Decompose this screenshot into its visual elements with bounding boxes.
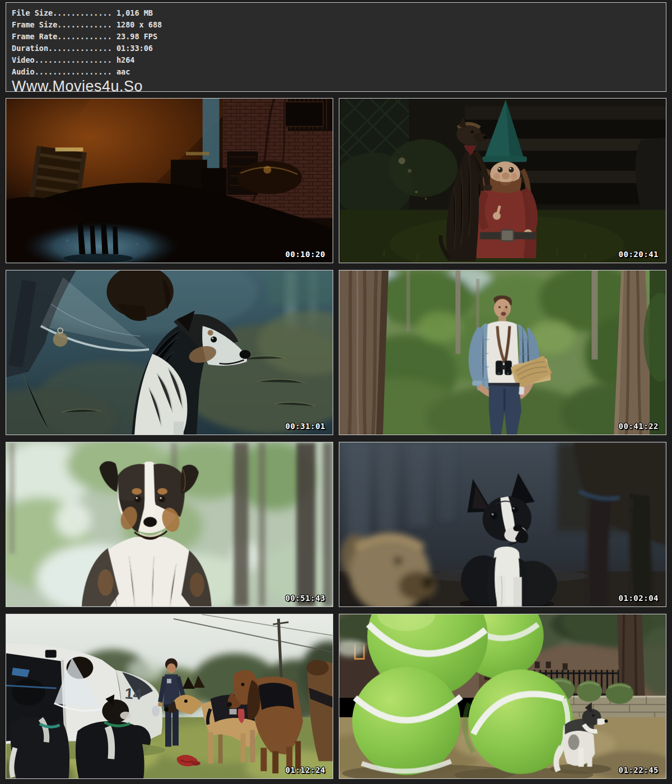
screenshot-frame-2: 00:20:41: [339, 98, 666, 263]
screenshot-frame-1: 00:10:20: [6, 98, 333, 263]
scene-aussie-profile-image: [6, 270, 333, 435]
file-info-panel: File Size.............1,016 MB Frame Siz…: [6, 2, 666, 92]
timestamp-overlay: 00:31:01: [286, 422, 325, 431]
dot-leader: ............: [57, 32, 112, 41]
dot-leader: ..............: [48, 44, 112, 53]
file-size-line: File Size.............1,016 MB: [12, 7, 666, 19]
timestamp-overlay: 01:22:45: [619, 766, 659, 774]
duration-line: Duration..............01:33:06: [12, 43, 666, 54]
audio-value: aac: [112, 67, 130, 76]
timestamp-overlay: 00:41:22: [619, 422, 659, 431]
screenshot-frame-8: 01:22:45: [339, 614, 666, 779]
van-number: 14: [124, 685, 142, 703]
file-size-value: 1,016 MB: [112, 8, 153, 17]
scene-tennis-balls-image: [339, 614, 666, 778]
frame-size-label: Frame Size: [12, 20, 57, 29]
frame-size-line: Frame Size............1280 x 688: [12, 19, 666, 31]
dot-leader: ............: [57, 20, 112, 29]
scene-gnome-image: [339, 99, 666, 263]
video-label: Video: [12, 55, 35, 64]
duration-label: Duration: [12, 44, 48, 53]
screenshot-frame-6: 01:02:04: [339, 442, 666, 607]
frame-rate-value: 23.98 FPS: [112, 32, 157, 41]
screenshot-frame-5: 00:51:43: [6, 442, 333, 607]
screenshot-frame-4: 00:41:22: [339, 270, 666, 435]
scene-boston-terrier-image: [339, 442, 666, 606]
dot-leader: .................: [35, 55, 112, 64]
timestamp-overlay: 01:02:04: [619, 594, 659, 603]
scene-dark-alley-image: [6, 99, 333, 263]
frame-size-value: 1280 x 688: [112, 20, 162, 29]
scene-k9-van-image: 14: [6, 614, 333, 778]
audio-label: Audio: [12, 67, 35, 76]
frame-rate-label: Frame Rate: [12, 32, 57, 41]
duration-value: 01:33:06: [112, 44, 153, 53]
timestamp-overlay: 00:10:20: [286, 250, 325, 259]
left-tree-trunk: [339, 270, 389, 435]
site-watermark: Www.Movies4u.So: [12, 79, 666, 94]
video-value: h264: [112, 55, 135, 64]
screenshot-frame-3: 00:31:01: [6, 270, 333, 435]
timestamp-overlay: 00:51:43: [286, 594, 325, 603]
screenshot-frame-7: 14: [6, 614, 333, 779]
right-tree-trunk: [614, 270, 666, 435]
file-size-label: File Size: [12, 8, 53, 17]
timestamp-overlay: 01:12:24: [286, 766, 325, 774]
frame-rate-line: Frame Rate............23.98 FPS: [12, 31, 666, 43]
video-codec-line: Video.................h264: [12, 54, 666, 66]
screenshot-grid: 00:10:20: [6, 98, 666, 779]
scene-forest-man-image: [339, 270, 666, 435]
audio-codec-line: Audio.................aac: [12, 66, 666, 78]
dot-leader: .................: [35, 67, 112, 76]
scene-smiling-aussie-image: [6, 442, 333, 606]
dot-leader: .............: [53, 8, 112, 17]
timestamp-overlay: 00:20:41: [619, 250, 659, 259]
